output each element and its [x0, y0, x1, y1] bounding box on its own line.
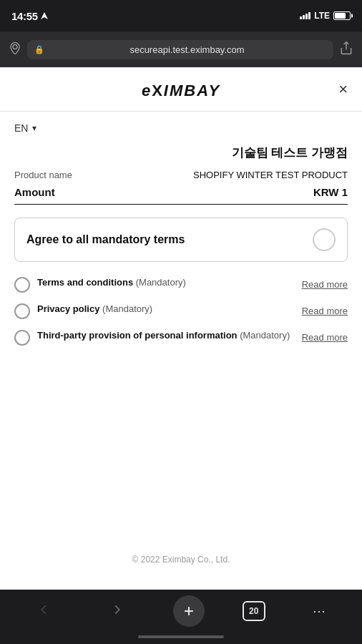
- third-party-item: Third-party provision of personal inform…: [14, 329, 348, 346]
- store-name: 기술팀 테스트 가맹점: [14, 145, 348, 161]
- time-display: 14:55: [11, 10, 38, 22]
- tab-count-button[interactable]: 20: [243, 601, 265, 621]
- url-text: secureapi.test.eximbay.com: [48, 44, 326, 55]
- status-bar: 14:55 LTE: [0, 0, 362, 31]
- agree-all-label: Agree to all mandatory terms: [26, 233, 185, 246]
- status-icons: LTE: [300, 11, 351, 21]
- close-button[interactable]: ×: [338, 82, 348, 97]
- page-header: eXIMBAY ×: [0, 67, 362, 112]
- more-options-button[interactable]: ···: [303, 598, 336, 625]
- home-bar: [138, 635, 224, 638]
- status-time: 14:55: [11, 10, 48, 22]
- location-arrow-icon: [41, 12, 48, 19]
- lock-icon: 🔒: [34, 45, 44, 54]
- page-footer: © 2022 Eximbay Co., Ltd.: [14, 540, 348, 579]
- svg-marker-0: [41, 12, 48, 19]
- radio-privacy-policy[interactable]: [14, 303, 30, 319]
- add-tab-button[interactable]: [173, 595, 205, 627]
- signal-icon: [300, 12, 310, 19]
- amount-value: KRW 1: [313, 186, 348, 198]
- lte-label: LTE: [314, 11, 330, 21]
- read-more-terms-conditions[interactable]: Read more: [302, 279, 348, 290]
- third-party-text: Third-party provision of personal inform…: [37, 329, 296, 342]
- svg-point-1: [13, 45, 17, 49]
- terms-list: Terms and conditions (Mandatory) Read mo…: [14, 276, 348, 346]
- terms-conditions-text: Terms and conditions (Mandatory): [37, 276, 296, 289]
- radio-third-party[interactable]: [14, 330, 30, 346]
- read-more-privacy-policy[interactable]: Read more: [302, 306, 348, 316]
- page-content: eXIMBAY × EN KO ▾ 기술팀 테스트 가맹점 Product na…: [0, 67, 362, 590]
- product-label: Product name: [14, 170, 72, 180]
- chevron-down-icon: ▾: [32, 123, 36, 133]
- main-body: EN KO ▾ 기술팀 테스트 가맹점 Product name SHOPIFY…: [0, 112, 362, 590]
- logo: eXIMBAY: [142, 82, 220, 100]
- read-more-third-party[interactable]: Read more: [302, 332, 348, 343]
- product-value: SHOPIFY WINTER TEST PRODUCT: [193, 170, 348, 180]
- forward-button[interactable]: [99, 596, 135, 627]
- language-select[interactable]: EN KO: [14, 122, 29, 134]
- url-bar[interactable]: 🔒 secureapi.test.eximbay.com: [27, 40, 333, 59]
- browser-bar: 🔒 secureapi.test.eximbay.com: [0, 31, 362, 67]
- amount-row: Amount KRW 1: [14, 186, 348, 198]
- share-icon[interactable]: [339, 41, 353, 58]
- divider: [14, 204, 348, 205]
- privacy-item: Privacy policy (Mandatory) Read more: [14, 303, 348, 319]
- copyright-text: © 2022 Eximbay Co., Ltd.: [132, 555, 230, 565]
- agree-all-terms-box[interactable]: Agree to all mandatory terms: [14, 218, 348, 262]
- terms-item: Terms and conditions (Mandatory) Read mo…: [14, 276, 348, 293]
- back-button[interactable]: [26, 596, 62, 627]
- amount-label: Amount: [14, 186, 55, 198]
- product-row: Product name SHOPIFY WINTER TEST PRODUCT: [14, 170, 348, 180]
- home-indicator: [0, 633, 362, 644]
- location-icon: [9, 42, 21, 57]
- battery-icon: [333, 11, 351, 20]
- browser-navigation: 20 ···: [0, 590, 362, 633]
- language-selector[interactable]: EN KO ▾: [14, 122, 348, 134]
- radio-terms-conditions[interactable]: [14, 277, 30, 293]
- agree-all-toggle[interactable]: [313, 228, 336, 251]
- privacy-policy-text: Privacy policy (Mandatory): [37, 303, 296, 316]
